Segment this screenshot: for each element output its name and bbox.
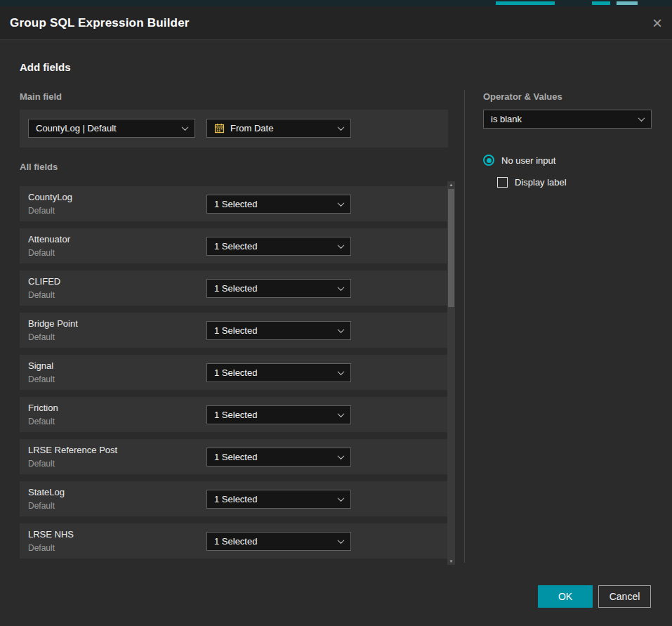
chevron-down-icon [182,124,189,131]
field-row: Attenuator Default 1 Selected [20,228,448,263]
field-row: StateLog Default 1 Selected [20,481,448,516]
cancel-button[interactable]: Cancel [598,585,651,608]
field-name: LRSE NHS [28,529,74,540]
field-selection-value: 1 Selected [214,241,257,252]
field-selection-value: 1 Selected [214,494,257,504]
display-label-label: Display label [515,177,567,188]
vertical-divider [464,90,465,563]
field-name: StateLog [28,487,65,497]
field-name: LRSE Reference Post [28,445,117,455]
field-selection-value: 1 Selected [214,452,257,462]
date-field-select-value: From Date [230,123,273,133]
field-selection-dropdown[interactable]: 1 Selected [206,490,351,509]
field-selection-dropdown[interactable]: 1 Selected [206,321,351,340]
all-fields-label: All fields [20,162,58,172]
field-name: Friction [28,403,58,413]
background-fragment [592,1,610,5]
field-row: CLIFED Default 1 Selected [20,270,448,306]
field-selection-dropdown[interactable]: 1 Selected [206,237,351,256]
field-name: CountyLog [28,192,72,202]
chevron-down-icon [338,124,345,131]
field-type: Default [28,543,55,553]
ok-button[interactable]: OK [538,585,593,608]
background-app-peek [0,0,672,6]
dialog-header: Group SQL Expression Builder × [0,6,672,40]
background-fragment [496,1,555,5]
chevron-down-icon [338,284,345,291]
calendar-icon [214,123,225,133]
field-row: Friction Default 1 Selected [20,397,448,432]
radio-button-icon[interactable] [483,155,494,166]
chevron-down-icon [338,368,345,375]
field-type: Default [28,459,55,469]
field-selection-dropdown[interactable]: 1 Selected [206,279,351,298]
chevron-down-icon [338,495,345,502]
background-fragment [617,1,638,5]
display-label-option[interactable]: Display label [497,177,567,188]
field-selection-dropdown[interactable]: 1 Selected [206,448,351,467]
chevron-down-icon [338,326,345,333]
field-row: CountyLog Default 1 Selected [20,186,448,221]
field-type: Default [28,417,55,426]
main-field-panel: CountyLog | Default From Date [20,110,448,148]
close-icon[interactable]: × [652,15,662,32]
scrollbar-thumb[interactable] [448,189,454,307]
operator-select[interactable]: is blank [483,110,652,129]
field-selection-value: 1 Selected [214,367,257,378]
field-type: Default [28,374,55,384]
checkbox-icon[interactable] [497,177,508,188]
field-selection-dropdown[interactable]: 1 Selected [206,363,351,382]
dialog-title: Group SQL Expression Builder [10,16,190,30]
field-name: CLIFED [28,276,60,287]
field-name: Bridge Point [28,318,78,329]
layer-select-value: CountyLog | Default [36,123,117,133]
field-type: Default [28,501,55,511]
date-field-select[interactable]: From Date [206,119,351,138]
chevron-down-icon [338,410,345,417]
operator-select-value: is blank [491,114,522,124]
field-selection-value: 1 Selected [214,283,257,294]
chevron-down-icon [338,452,345,459]
operator-values-label: Operator & Values [483,91,562,102]
field-type: Default [28,248,55,258]
no-user-input-option[interactable]: No user input [483,155,555,166]
chevron-down-icon [638,115,645,122]
field-selection-value: 1 Selected [214,536,257,547]
field-row: LRSE NHS Default 1 Selected [20,523,448,559]
field-name: Signal [28,360,53,371]
chevron-down-icon [338,242,345,249]
chevron-down-icon [338,537,345,544]
field-type: Default [28,332,55,342]
field-selection-value: 1 Selected [214,325,257,336]
field-selection-value: 1 Selected [214,199,257,209]
main-field-label: Main field [20,91,62,102]
field-row: Signal Default 1 Selected [20,355,448,390]
field-name: Attenuator [28,234,70,244]
field-type: Default [28,206,55,216]
field-selection-dropdown[interactable]: 1 Selected [206,405,351,424]
screen: Group SQL Expression Builder × Add field… [0,0,672,626]
chevron-down-icon [338,200,345,207]
all-fields-list: CountyLog Default 1 Selected Attenuator … [20,186,448,566]
field-selection-dropdown[interactable]: 1 Selected [206,532,351,551]
no-user-input-label: No user input [501,155,555,166]
field-row: LRSE Reference Post Default 1 Selected [20,439,448,474]
scrollbar[interactable]: ▲ ▼ [447,181,455,565]
field-row: Bridge Point Default 1 Selected [20,313,448,348]
scroll-down-icon[interactable]: ▼ [447,558,455,565]
group-sql-expression-builder-dialog: Group SQL Expression Builder × Add field… [0,6,672,626]
field-type: Default [28,290,55,300]
layer-select[interactable]: CountyLog | Default [28,119,195,138]
scroll-up-icon[interactable]: ▲ [447,181,455,188]
add-fields-heading: Add fields [20,61,71,73]
field-selection-dropdown[interactable]: 1 Selected [206,195,351,214]
field-selection-value: 1 Selected [214,410,257,420]
